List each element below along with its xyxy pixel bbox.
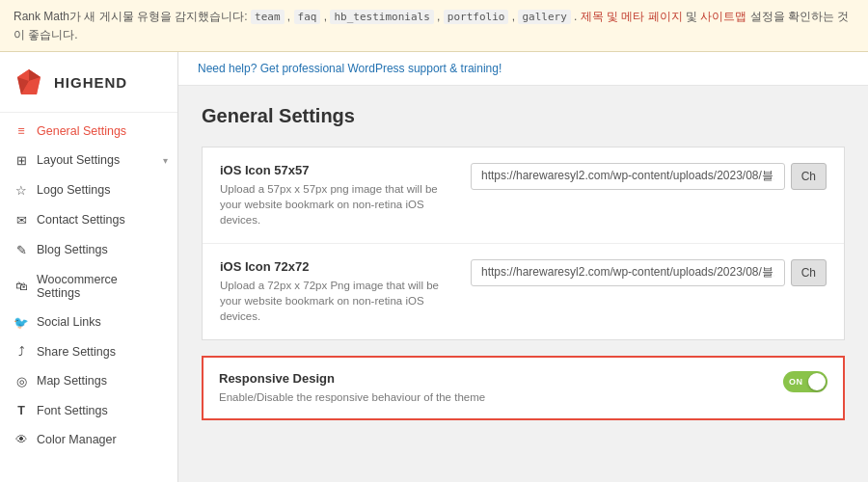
notice-link-title[interactable]: 제목 및 메타 페이지: [581, 10, 683, 23]
color-manager-icon: 👁: [14, 433, 29, 446]
responsive-label-area: Responsive Design Enable/Disable the res…: [219, 371, 768, 405]
main-content: Need help? Get professional WordPress su…: [178, 52, 868, 483]
logo-text: HIGHEND: [54, 74, 127, 91]
toggle-track: ON: [783, 371, 827, 392]
notice-type-1: team: [251, 10, 285, 24]
sidebar-item-blog-settings[interactable]: ✎ Blog Settings: [0, 235, 177, 265]
ios57-control: Ch: [471, 163, 827, 190]
sidebar-nav: ≡ General Settings ⊞ Layout Settings ▾ ☆…: [0, 117, 177, 454]
sidebar-item-label: Map Settings: [37, 374, 107, 388]
sidebar-item-layout-settings[interactable]: ⊞ Layout Settings ▾: [0, 146, 177, 175]
sidebar-item-label: Logo Settings: [37, 183, 110, 197]
map-settings-icon: ◎: [14, 374, 29, 388]
ios57-desc: Upload a 57px x 57px png image that will…: [220, 181, 451, 228]
responsive-label: Responsive Design: [219, 371, 768, 386]
content-area: General Settings iOS Icon 57x57 Upload a…: [178, 86, 868, 441]
sidebar-item-woocommerce-settings[interactable]: 🛍 Woocommerce Settings: [0, 265, 177, 308]
ios72-desc: Upload a 72px x 72px Png image that will…: [220, 278, 451, 324]
page-title: General Settings: [202, 105, 845, 127]
sidebar-item-label: Font Settings: [37, 404, 108, 417]
layout-settings-icon: ⊞: [14, 153, 29, 168]
settings-row-ios57: iOS Icon 57x57 Upload a 57px x 57px png …: [203, 147, 844, 244]
sidebar-item-map-settings[interactable]: ◎ Map Settings: [0, 366, 177, 396]
sidebar-item-label: Share Settings: [37, 345, 116, 359]
notice-text: Rank Math가 새 게시물 유형을 감지했습니다:: [14, 10, 251, 23]
toggle-knob: [808, 373, 826, 390]
notice-link-sitemap[interactable]: 사이트맵: [700, 10, 746, 23]
contact-settings-icon: ✉: [14, 213, 29, 228]
ios57-label: iOS Icon 57x57: [220, 163, 451, 177]
sidebar-item-label: Contact Settings: [37, 213, 125, 227]
settings-label-area-ios57: iOS Icon 57x57 Upload a 57px x 57px png …: [220, 163, 451, 228]
ios57-url-input[interactable]: [471, 163, 785, 190]
sidebar-item-label: Color Manager: [37, 433, 117, 446]
ios72-url-input[interactable]: [471, 259, 785, 286]
social-links-icon: 🐦: [14, 315, 29, 330]
settings-section: iOS Icon 57x57 Upload a 57px x 57px png …: [202, 147, 845, 341]
logo-settings-icon: ☆: [14, 183, 29, 198]
responsive-desc: Enable/Disable the responsive behaviour …: [219, 389, 768, 405]
settings-label-area-ios72: iOS Icon 72x72 Upload a 72px x 72px Png …: [220, 259, 451, 324]
sidebar-item-social-links[interactable]: 🐦 Social Links: [0, 308, 177, 337]
ios72-label: iOS Icon 72x72: [220, 259, 451, 274]
ios57-choose-button[interactable]: Ch: [791, 163, 827, 190]
responsive-design-row: Responsive Design Enable/Disable the res…: [202, 356, 845, 420]
sidebar-item-general-settings[interactable]: ≡ General Settings: [0, 117, 177, 146]
notice-type-5: gallery: [518, 10, 570, 24]
sidebar-item-label: General Settings: [37, 124, 126, 138]
sidebar-item-font-settings[interactable]: T Font Settings: [0, 396, 177, 425]
notice-type-3: hb_testimonials: [330, 10, 433, 24]
sidebar: HIGHEND ≡ General Settings ⊞ Layout Sett…: [0, 52, 178, 483]
rank-math-notice: Rank Math가 새 게시물 유형을 감지했습니다: team , faq …: [0, 0, 868, 52]
chevron-down-icon: ▾: [163, 155, 168, 166]
sidebar-item-color-manager[interactable]: 👁 Color Manager: [0, 425, 177, 454]
sidebar-item-label: Social Links: [37, 315, 101, 329]
sidebar-item-label: Blog Settings: [37, 243, 108, 256]
font-settings-icon: T: [14, 404, 29, 417]
general-settings-icon: ≡: [14, 124, 29, 138]
sidebar-item-logo-settings[interactable]: ☆ Logo Settings: [0, 175, 177, 205]
toggle-label: ON: [789, 377, 803, 387]
sidebar-item-label: Woocommerce Settings: [37, 273, 164, 300]
gem-icon: [14, 67, 44, 98]
sidebar-item-contact-settings[interactable]: ✉ Contact Settings: [0, 205, 177, 235]
responsive-toggle[interactable]: ON: [783, 371, 827, 392]
sidebar-logo: HIGHEND: [0, 52, 177, 113]
notice-type-2: faq: [294, 10, 321, 24]
blog-settings-icon: ✎: [14, 243, 29, 257]
woocommerce-icon: 🛍: [14, 280, 29, 293]
sidebar-item-label: Layout Settings: [37, 153, 120, 167]
help-banner-text: Need help? Get professional WordPress su…: [198, 62, 502, 75]
notice-type-4: portfolio: [444, 10, 509, 24]
ios72-choose-button[interactable]: Ch: [791, 259, 827, 286]
toggle-wrapper: ON: [783, 371, 827, 392]
share-settings-icon: ⤴: [14, 345, 29, 359]
settings-row-ios72: iOS Icon 72x72 Upload a 72px x 72px Png …: [203, 244, 844, 339]
sidebar-item-share-settings[interactable]: ⤴ Share Settings: [0, 337, 177, 366]
help-banner: Need help? Get professional WordPress su…: [178, 52, 868, 86]
ios72-control: Ch: [471, 259, 827, 286]
